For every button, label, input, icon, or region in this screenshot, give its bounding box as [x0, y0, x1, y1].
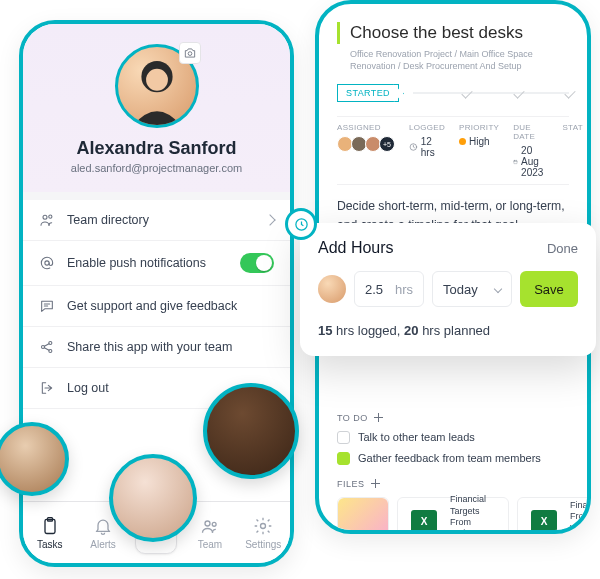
tab-tasks[interactable]: Tasks [23, 516, 76, 550]
todo-header: TO DO [337, 413, 569, 423]
excel-icon: X [404, 503, 444, 534]
tab-team[interactable]: Team [183, 516, 236, 550]
add-hours-title: Add Hours [318, 239, 394, 257]
push-toggle[interactable] [240, 253, 274, 273]
task-title: Choose the best desks [337, 22, 569, 44]
profile-header: Alexandra Sanford aled.sanford@projectma… [23, 24, 290, 192]
svg-rect-15 [514, 160, 517, 163]
clipboard-icon [40, 516, 60, 536]
done-button[interactable]: Done [547, 241, 578, 256]
date-value: Today [443, 282, 478, 297]
logout-icon [39, 380, 55, 396]
task-meta: ASSIGNED +5 LOGGED 12 hrs PRIORITY [337, 116, 569, 185]
tab-label: Tasks [37, 539, 63, 550]
status-track: STARTED [337, 84, 569, 102]
menu-push-notifications[interactable]: Enable push notifications [23, 241, 290, 286]
profile-name: Alexandra Sanford [35, 138, 278, 159]
todo-item[interactable]: Gather feedback from team members [337, 452, 569, 465]
hours-summary: 15 hrs logged, 20 hrs planned [318, 323, 578, 338]
gear-icon [253, 516, 273, 536]
meta-logged-label: LOGGED [409, 123, 445, 132]
file-card[interactable] [337, 497, 389, 534]
at-icon [39, 255, 55, 271]
file-card[interactable]: X Financial Targets From Various Teams.P… [397, 497, 509, 534]
clock-icon [409, 142, 418, 152]
svg-point-1 [146, 69, 168, 91]
file-card[interactable]: X Financial From Vario Teams.Pd [517, 497, 591, 534]
meta-status-label: STAT [562, 123, 582, 132]
file-name: Financial Targets From Various Teams.Pdf [450, 494, 502, 534]
checkbox-icon[interactable] [337, 431, 350, 444]
date-select[interactable]: Today [432, 271, 512, 307]
file-thumb-image [338, 498, 388, 534]
users-icon [39, 212, 55, 228]
add-file-button[interactable] [371, 479, 380, 488]
checkbox-icon[interactable] [337, 452, 350, 465]
hours-unit: hrs [395, 282, 413, 297]
svg-point-4 [49, 215, 52, 218]
hours-input[interactable]: 2.5 hrs [354, 271, 424, 307]
profile-avatar-wrap [115, 44, 199, 128]
menu-item-label: Team directory [67, 213, 149, 227]
svg-point-2 [188, 52, 192, 56]
todo-item[interactable]: Talk to other team leads [337, 431, 569, 444]
floating-avatar-3 [203, 383, 299, 479]
svg-point-5 [45, 261, 49, 265]
menu-team-directory[interactable]: Team directory [23, 200, 290, 241]
task-breadcrumb: Office Renovation Project / Main Office … [337, 48, 569, 72]
menu-item-label: Log out [67, 381, 109, 395]
status-chip[interactable]: STARTED [337, 84, 399, 102]
add-todo-button[interactable] [374, 413, 383, 422]
menu-item-label: Share this app with your team [67, 340, 232, 354]
tab-label: Team [198, 539, 222, 550]
meta-priority-label: PRIORITY [459, 123, 499, 132]
svg-point-3 [43, 215, 47, 219]
todo-label: Gather feedback from team members [358, 452, 541, 464]
meta-due-label: DUE DATE [513, 123, 548, 141]
change-photo-button[interactable] [179, 42, 201, 64]
svg-point-11 [205, 521, 210, 526]
menu-share-app[interactable]: Share this app with your team [23, 327, 290, 368]
tab-settings[interactable]: Settings [237, 516, 290, 550]
svg-point-12 [212, 522, 216, 526]
share-icon [39, 339, 55, 355]
chat-icon [39, 298, 55, 314]
priority-dot-icon [459, 138, 466, 145]
calendar-icon [513, 157, 518, 167]
settings-menu: Team directory Enable push notifications… [23, 192, 290, 409]
file-name: Financial From Vario Teams.Pd [570, 500, 591, 534]
floating-avatar-2 [109, 454, 197, 542]
chevron-right-icon [264, 214, 275, 225]
chevron-down-icon [494, 285, 502, 293]
team-icon [200, 516, 220, 536]
user-avatar [318, 275, 346, 303]
files-row: X Financial Targets From Various Teams.P… [337, 497, 569, 534]
save-button[interactable]: Save [520, 271, 578, 307]
meta-assigned-label: ASSIGNED [337, 123, 395, 132]
assignee-more: +5 [379, 136, 395, 152]
files-header: FILES [337, 479, 569, 489]
bell-icon [93, 516, 113, 536]
menu-item-label: Get support and give feedback [67, 299, 237, 313]
clock-badge-icon [285, 208, 317, 240]
add-hours-panel: Add Hours Done 2.5 hrs Today Save 15 hrs… [300, 223, 596, 356]
hours-value: 2.5 [365, 282, 383, 297]
tab-label: Alerts [90, 539, 116, 550]
profile-email: aled.sanford@projectmanager.com [35, 162, 278, 174]
meta-logged-value: 12 hrs [409, 136, 445, 158]
menu-item-label: Enable push notifications [67, 256, 206, 270]
svg-point-13 [261, 523, 266, 528]
assignee-stack[interactable]: +5 [337, 136, 395, 152]
menu-support-feedback[interactable]: Get support and give feedback [23, 286, 290, 327]
todo-label: Talk to other team leads [358, 431, 475, 443]
excel-icon: X [524, 503, 564, 534]
meta-priority-value: High [459, 136, 499, 147]
meta-due-value: 20 Aug 2023 [513, 145, 548, 178]
tab-label: Settings [245, 539, 281, 550]
